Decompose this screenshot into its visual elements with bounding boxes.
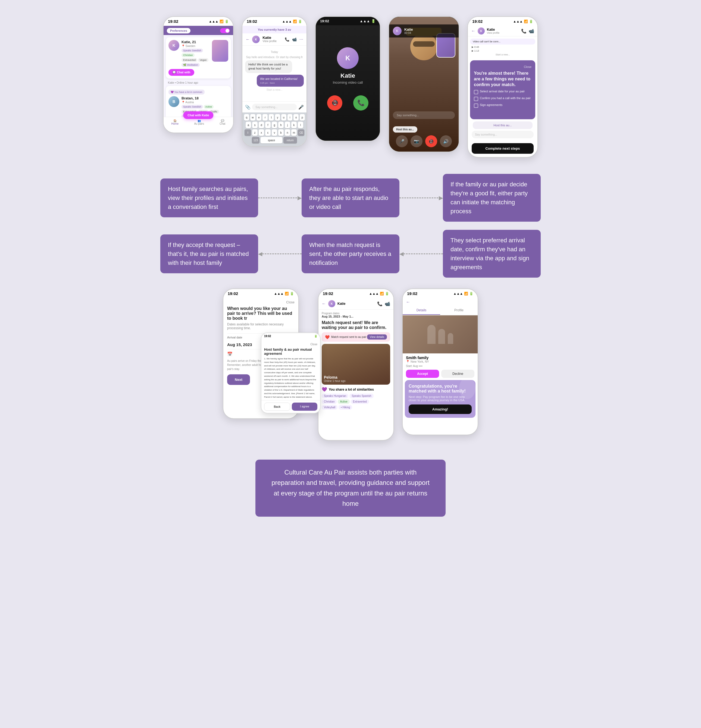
nav-chat[interactable]: 💬Chat: [220, 119, 225, 125]
close-btn[interactable]: Close: [524, 65, 532, 68]
attach-icon[interactable]: 📎: [245, 105, 250, 110]
key-delete[interactable]: ⌫: [298, 129, 304, 136]
speaker-btn[interactable]: 🔊: [440, 135, 452, 147]
phone7: 19:02 ▲▲▲ 📶 🔋 ← K Katie 📞 📹: [318, 289, 394, 441]
key-f[interactable]: f: [265, 122, 270, 128]
sim-tags-row3: Volleyball • Hiking: [322, 405, 390, 410]
camera-btn[interactable]: 📷: [410, 135, 422, 147]
key-k[interactable]: k: [291, 122, 297, 128]
video-say-something[interactable]: Say something...: [393, 111, 455, 119]
phone5-phone-icon[interactable]: 📞: [521, 29, 526, 34]
key-shift[interactable]: ⇧: [244, 129, 251, 136]
back-btn6[interactable]: Back: [264, 403, 290, 411]
phone5-video-icon[interactable]: 📹: [529, 29, 534, 34]
phone3-status-bar: 19:02 ▲▲▲ 🔋: [316, 17, 380, 25]
key-y[interactable]: y: [275, 114, 280, 121]
key-v[interactable]: v: [272, 129, 277, 136]
key-z[interactable]: z: [252, 129, 257, 136]
key-space[interactable]: space: [260, 137, 282, 143]
key-i[interactable]: i: [288, 114, 293, 121]
key-o[interactable]: o: [293, 114, 299, 121]
back-arrow[interactable]: ←: [246, 37, 250, 42]
flow-diagram-row2-wrapper: They select preferred arrival date, conf…: [22, 230, 679, 277]
complete-next-steps-btn[interactable]: Complete next steps: [472, 143, 533, 154]
nav-au-pairs[interactable]: 👥Au pairs: [194, 119, 204, 125]
accept-call-btn[interactable]: 📞: [353, 95, 369, 111]
key-r[interactable]: r: [263, 114, 267, 121]
say-something-input[interactable]: Say something...: [472, 131, 533, 138]
end-call-btn[interactable]: 📵: [425, 135, 437, 147]
phone-icon[interactable]: 📞: [285, 37, 289, 42]
accept-btn8[interactable]: Accept: [406, 370, 439, 378]
key-q[interactable]: q: [244, 114, 249, 121]
floating-chat-btn[interactable]: Chat with Katie: [183, 111, 213, 119]
katie-tags: Speaks Swedish Christian: [182, 49, 210, 57]
mic-icon[interactable]: 🎤: [298, 105, 304, 110]
congrats-panel: Congratulations, you're matched with a h…: [405, 380, 476, 418]
phone4: 19:02 ▲▲▲ 🔋 K Katie 00:04: [389, 16, 459, 152]
back-arrow7[interactable]: ←: [322, 301, 326, 306]
chat-btn-katie[interactable]: 💬 Chat with: [168, 69, 194, 76]
host-btn[interactable]: Host this au...: [393, 126, 417, 133]
view-details-btn[interactable]: View details: [367, 334, 387, 339]
close-btn6[interactable]: Close: [286, 300, 295, 304]
key-j[interactable]: j: [285, 122, 290, 128]
checkbox-1[interactable]: [474, 90, 478, 94]
key-a[interactable]: a: [246, 122, 251, 128]
key-w[interactable]: w: [250, 114, 256, 121]
phone5-icons-row: 📞 📹: [521, 29, 534, 34]
checkbox-3[interactable]: [474, 104, 478, 108]
battery-icon7: 🔋: [385, 292, 389, 296]
inner-close[interactable]: Close: [310, 343, 317, 346]
host-this-btn[interactable]: Host this au...: [473, 121, 533, 129]
arrow-head-1: ▶: [298, 195, 302, 201]
key-p[interactable]: p: [300, 114, 305, 121]
phone7-video[interactable]: 📹: [385, 301, 390, 306]
arrow-head-4: ◀: [258, 250, 262, 257]
tag-christian: Christian: [182, 53, 195, 57]
mute-btn[interactable]: 🎤: [396, 135, 408, 147]
more-icon[interactable]: ⋯: [299, 37, 303, 42]
checkbox-2[interactable]: [474, 97, 478, 101]
amazing-btn[interactable]: Amazing!: [409, 404, 472, 414]
profile-card-katie[interactable]: K Katie, 21 📍 Sweden Speaks Swedish Chri…: [166, 37, 231, 78]
keyboard[interactable]: qwertyuiop asdfghjkl ⇧ zxcvbnm ⌫ 123 spa…: [242, 113, 306, 146]
key-t[interactable]: t: [269, 114, 274, 121]
chat-input[interactable]: Say something...: [252, 104, 297, 110]
preferences-btn[interactable]: Preferences: [167, 28, 191, 33]
key-d[interactable]: d: [259, 122, 264, 128]
key-n[interactable]: n: [285, 129, 290, 136]
back-arrow5[interactable]: ←: [471, 29, 476, 33]
key-e[interactable]: e: [256, 114, 262, 121]
video-icon[interactable]: 📹: [292, 37, 297, 42]
key-s[interactable]: s: [252, 122, 257, 128]
tab-details[interactable]: Details: [403, 306, 440, 315]
key-c[interactable]: c: [265, 129, 270, 136]
flow-box4-text: They select preferred arrival date, conf…: [451, 237, 529, 270]
back-arrow8[interactable]: ←: [406, 300, 410, 305]
phone7-phone[interactable]: 📞: [377, 301, 383, 306]
signal-icon5: ▲▲▲: [513, 20, 523, 23]
key-u[interactable]: u: [281, 114, 286, 121]
key-m[interactable]: m: [291, 129, 297, 136]
decline-call-btn[interactable]: 📵: [327, 95, 343, 111]
next-btn6[interactable]: Next: [227, 374, 250, 385]
key-g[interactable]: g: [272, 122, 277, 128]
msg2-text: We are located in California!: [260, 77, 298, 80]
key-123[interactable]: 123: [252, 137, 259, 143]
nav-home[interactable]: 🏠Home: [172, 119, 179, 125]
chat-header-info: K Katie View profile: [252, 36, 283, 43]
key-return[interactable]: return: [283, 137, 297, 143]
tab-profile[interactable]: Profile: [440, 306, 478, 315]
i-agree-btn[interactable]: I agree: [292, 403, 317, 411]
phone6-icons: ▲▲▲ 📶 🔋: [274, 292, 294, 296]
phone7-avatar: K: [328, 300, 335, 307]
key-l[interactable]: l: [298, 122, 303, 128]
decline-btn8[interactable]: Decline: [441, 370, 474, 378]
key-b[interactable]: b: [278, 129, 284, 136]
confirm-item3-text: Sign agreements: [480, 103, 502, 107]
key-x[interactable]: x: [259, 129, 264, 136]
phone5-msg1: Video call can't be conn...: [470, 39, 535, 45]
key-h[interactable]: h: [278, 122, 284, 128]
toggle-switch[interactable]: [220, 28, 230, 33]
